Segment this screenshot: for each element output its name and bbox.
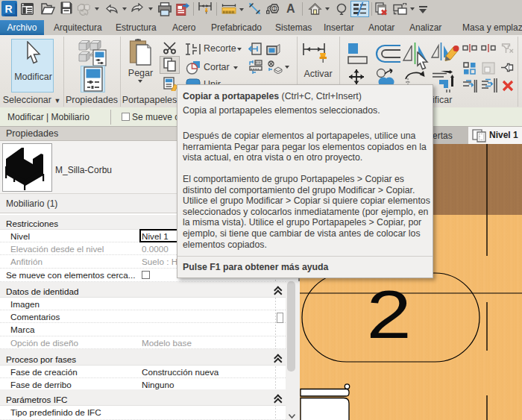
svg-text:2: 2 [367, 276, 412, 352]
svg-text:R: R [4, 3, 12, 15]
svg-text:1: 1 [273, 6, 276, 11]
